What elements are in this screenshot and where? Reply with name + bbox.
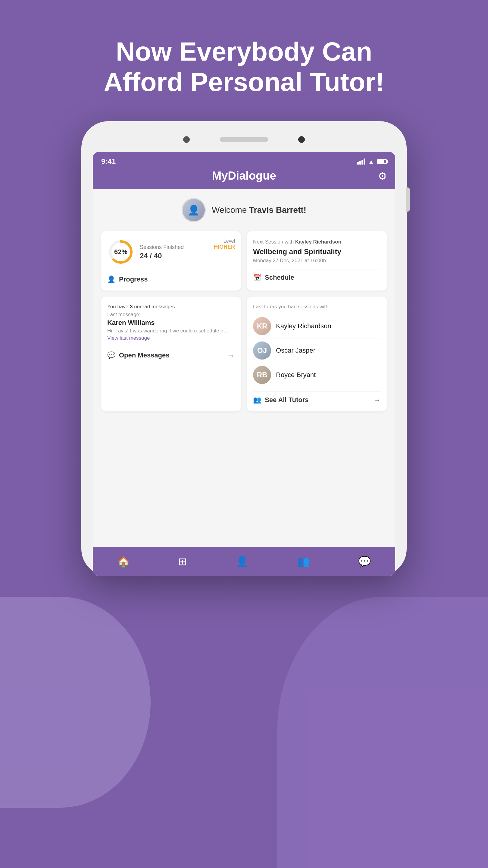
person-icon: 👤 (235, 555, 248, 567)
phone-device: 9:41 ▲ (82, 121, 407, 576)
session-date: Monday 27 Dec, 2021 at 16:00h (253, 258, 381, 264)
next-session-label: Next Session with Kayley Richardson: (253, 239, 381, 246)
app-body: 👤 Welcome Travis Barrett! (93, 189, 395, 547)
status-icons: ▲ (357, 158, 387, 165)
tutor-name-royce: Royce Bryant (276, 371, 316, 379)
tutor-avatar-royce: RB (253, 366, 271, 384)
message-preview: Hi Travis! I was wandering if we could r… (107, 328, 235, 334)
schedule-card-footer[interactable]: 📅 Schedule (253, 269, 381, 281)
app-title-row: MyDialogue ⚙ (101, 169, 387, 182)
tutor-name-kayley: Kayley Richardson (276, 322, 331, 330)
last-tutors-label: Last tutors you had sessions with: (253, 304, 381, 310)
donut-chart: 62% (107, 239, 134, 266)
tutor-row-oscar[interactable]: OJ Oscar Jasper (253, 338, 381, 363)
tutors-card[interactable]: Last tutors you had sessions with: KR Ka… (247, 297, 387, 411)
chat-icon: 💬 (358, 555, 371, 567)
bg-decoration-1 (277, 597, 488, 868)
status-bar: 9:41 ▲ (101, 157, 387, 166)
front-camera (183, 136, 190, 143)
home-icon: 🏠 (117, 555, 130, 567)
status-time: 9:41 (101, 157, 116, 166)
tutors-card-footer[interactable]: 👥 See All Tutors → (253, 391, 381, 404)
level-badge: Level HIGHER (214, 239, 235, 250)
tutor-row-kayley[interactable]: KR Kayley Richardson (253, 314, 381, 338)
phone-body: 9:41 ▲ (82, 121, 407, 576)
progress-card-footer[interactable]: 👤 Progress (107, 271, 235, 283)
session-topic: Wellbeing and Spirituality (253, 247, 381, 256)
nav-item-grid[interactable]: ⊞ (172, 553, 193, 570)
sessions-label: Sessions Finished (140, 244, 208, 250)
progress-label: Progress (119, 276, 148, 283)
app-header: 9:41 ▲ (93, 152, 395, 189)
last-message-label: Last message: (107, 312, 235, 318)
message-sender: Karen Williams (107, 319, 235, 327)
nav-item-messages[interactable]: 💬 (352, 553, 377, 570)
schedule-icon: 📅 (253, 274, 261, 281)
tutor-name-oscar: Oscar Jasper (276, 347, 315, 354)
view-message-link[interactable]: View last message (107, 335, 150, 341)
tutors-card-content: Last tutors you had sessions with: KR Ka… (253, 304, 381, 387)
settings-icon[interactable]: ⚙ (378, 170, 387, 182)
progress-icon: 👤 (107, 276, 116, 283)
tutor-row-royce[interactable]: RB Royce Bryant (253, 363, 381, 387)
grid-icon: ⊞ (178, 555, 187, 567)
unread-notice: You have 3 unread messages (107, 304, 235, 310)
nav-item-tutors[interactable]: 👥 (291, 553, 316, 570)
app-title: MyDialogue (212, 169, 276, 182)
progress-card[interactable]: 62% Sessions Finished 24 / 40 Level HIGH… (101, 231, 241, 290)
cards-grid: 62% Sessions Finished 24 / 40 Level HIGH… (101, 231, 387, 411)
bg-decoration-2 (0, 597, 151, 808)
user-avatar-image: 👤 (183, 199, 205, 221)
messages-icon: 💬 (107, 351, 116, 359)
battery-icon (377, 159, 387, 164)
messages-arrow-icon: → (228, 351, 235, 360)
page-title: Now Everybody Can Afford Personal Tutor! (79, 36, 409, 97)
tutor-avatar-oscar: OJ (253, 341, 271, 360)
user-avatar: 👤 (182, 198, 206, 222)
schedule-label: Schedule (265, 274, 294, 281)
tutor-avatar-kayley: KR (253, 317, 271, 335)
nav-item-profile[interactable]: 👤 (230, 553, 254, 570)
phone-side-button (406, 187, 410, 212)
people-icon: 👥 (297, 555, 310, 567)
donut-percentage: 62% (114, 248, 127, 256)
schedule-card-content: Next Session with Kayley Richardson: Wel… (253, 239, 381, 264)
sessions-count: 24 / 40 (140, 252, 208, 260)
phone-screen: 9:41 ▲ (93, 152, 395, 576)
phone-sensor (298, 136, 305, 143)
signal-icon (357, 158, 365, 164)
nav-item-home[interactable]: 🏠 (111, 553, 136, 570)
progress-card-top: 62% Sessions Finished 24 / 40 Level HIGH… (107, 239, 235, 266)
phone-speaker (220, 137, 268, 142)
tutors-label: See All Tutors (265, 396, 308, 404)
welcome-section: 👤 Welcome Travis Barrett! (101, 198, 387, 222)
messages-label: Open Messages (119, 351, 170, 359)
schedule-card[interactable]: Next Session with Kayley Richardson: Wel… (247, 231, 387, 290)
wifi-icon: ▲ (368, 158, 374, 165)
welcome-text: Welcome Travis Barrett! (212, 205, 306, 215)
phone-top-bar (93, 133, 395, 146)
tutors-arrow-icon: → (373, 396, 381, 404)
tutors-icon: 👥 (253, 396, 261, 404)
empty-scroll-area (101, 417, 387, 538)
messages-card-content: You have 3 unread messages Last message:… (107, 304, 235, 341)
messages-card[interactable]: You have 3 unread messages Last message:… (101, 297, 241, 411)
messages-card-footer[interactable]: 💬 Open Messages → (107, 347, 235, 360)
bottom-navigation: 🏠 ⊞ 👤 👥 💬 (93, 547, 395, 576)
